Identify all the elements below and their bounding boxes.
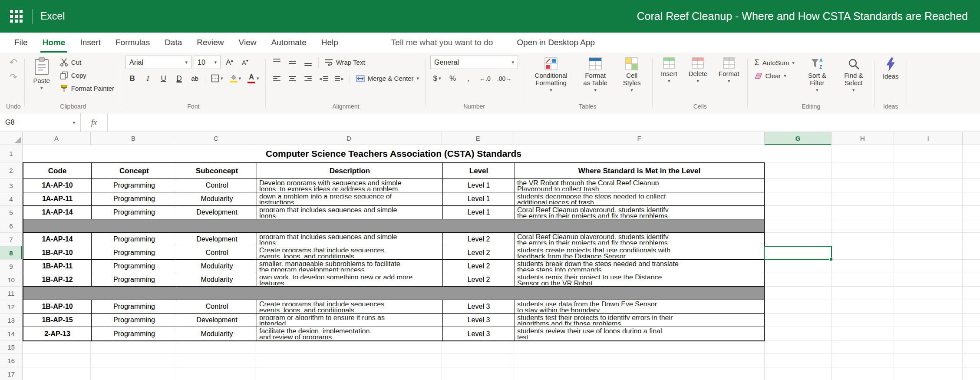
cell-G10[interactable] [765, 273, 832, 287]
cell-I7[interactable] [894, 233, 963, 246]
cell-H10[interactable] [832, 273, 894, 287]
cell-F17[interactable] [514, 367, 765, 380]
cell-A7[interactable]: 1A-AP-14 [23, 233, 92, 246]
cell-G6[interactable] [765, 219, 832, 233]
align-bottom-button[interactable] [301, 56, 315, 69]
cell-I2[interactable] [894, 162, 963, 179]
cell-I4[interactable] [894, 192, 963, 206]
cell-J5[interactable] [963, 206, 980, 219]
tell-me-search[interactable]: Tell me what you want to do [391, 38, 493, 47]
cell-G12[interactable] [765, 300, 832, 314]
sort-filter-button[interactable]: AZ Sort & Filter ▾ [801, 56, 834, 94]
cell-E15[interactable] [442, 340, 514, 354]
cell-E10[interactable]: Level 2 [443, 273, 515, 286]
number-format-select[interactable]: General ▾ [430, 56, 518, 69]
row-header-3[interactable]: 3 [0, 179, 23, 192]
cell-G8[interactable] [765, 246, 832, 260]
tab-file[interactable]: File [7, 33, 35, 53]
cell-A1-merged-title[interactable]: Computer Science Teachers Association (C… [23, 145, 765, 162]
find-select-button[interactable]: Find & Select ▾ [837, 56, 870, 94]
cell-I12[interactable] [894, 300, 963, 314]
cell-B9[interactable]: Programming [92, 260, 177, 273]
ideas-button[interactable]: Ideas [879, 56, 903, 82]
percent-format-button[interactable]: % [446, 72, 459, 85]
cell-J10[interactable] [963, 273, 980, 287]
cell-A9[interactable]: 1B-AP-11 [23, 260, 92, 273]
cell-J8[interactable] [963, 246, 980, 260]
format-cells-button[interactable]: Format ▾ [715, 56, 743, 85]
format-painter-button[interactable]: Format Painter [57, 83, 117, 94]
cell-A13[interactable]: 1B-AP-15 [23, 314, 92, 327]
cell-I17[interactable] [894, 367, 963, 380]
cell-A5[interactable]: 1A-AP-14 [23, 206, 92, 219]
bold-button[interactable]: B [125, 72, 139, 85]
row-header-4[interactable]: 4 [0, 192, 23, 206]
cell-C4[interactable]: Modularity [177, 192, 257, 205]
cell-I3[interactable] [894, 179, 963, 192]
cell-A15[interactable] [23, 340, 91, 354]
autosum-button[interactable]: Σ AutoSum ▾ [752, 56, 797, 69]
decrease-font-size-button[interactable]: A▾ [238, 56, 252, 69]
row-header-15[interactable]: 15 [0, 340, 23, 354]
align-center-button[interactable] [286, 72, 299, 85]
cell-I15[interactable] [894, 340, 963, 354]
cell-E17[interactable] [442, 367, 514, 380]
row-header-17[interactable]: 17 [0, 367, 23, 380]
align-right-button[interactable] [301, 72, 315, 85]
cell-G16[interactable] [765, 354, 832, 367]
row-header-11[interactable]: 11 [0, 287, 23, 300]
cell-A17[interactable] [23, 367, 91, 380]
cell-G2[interactable] [765, 162, 832, 179]
app-name[interactable]: Excel [33, 10, 73, 22]
clear-button[interactable]: Clear ▾ [752, 70, 797, 81]
column-header-G[interactable]: G [765, 132, 832, 145]
cell-E2[interactable]: Level [443, 163, 515, 178]
cell-J13[interactable] [963, 314, 980, 327]
cell-C15[interactable] [176, 340, 256, 354]
cell-A4[interactable]: 1A-AP-11 [23, 192, 92, 205]
app-launcher-button[interactable] [0, 0, 32, 33]
cell-F13[interactable]: students test their projects to identify… [515, 314, 764, 327]
cell-E16[interactable] [442, 354, 514, 367]
cell-G4[interactable] [765, 192, 832, 206]
cell-J6[interactable] [963, 219, 980, 233]
cell-D13[interactable]: program or algorithm to ensure it runs a… [257, 314, 443, 327]
cell-H9[interactable] [832, 260, 894, 273]
tab-automate[interactable]: Automate [264, 33, 313, 53]
cell-D4[interactable]: down a problem into a precise sequence o… [257, 192, 443, 205]
cell-H2[interactable] [832, 162, 894, 179]
cell-C10[interactable]: Modularity [177, 273, 257, 286]
cell-G3[interactable] [765, 179, 832, 192]
underline-button[interactable]: U [157, 72, 170, 85]
cell-styles-button[interactable]: Cell Styles ▾ [615, 56, 648, 94]
double-underline-button[interactable]: D [172, 72, 186, 85]
cell-J3[interactable] [963, 179, 980, 192]
cell-H6[interactable] [832, 219, 894, 233]
cell-H1[interactable] [832, 145, 894, 162]
cell-B2[interactable]: Concept [92, 163, 177, 178]
cell-F7[interactable]: Coral Reef Cleanup playground, students … [515, 233, 764, 246]
open-in-desktop-button[interactable]: Open in Desktop App [517, 38, 595, 47]
cell-D5[interactable]: program that includes sequences and simp… [257, 206, 443, 219]
row-header-13[interactable]: 13 [0, 314, 23, 327]
font-color-button[interactable]: A ▾ [245, 72, 261, 85]
row-header-8[interactable]: 8 [0, 246, 23, 260]
column-header-C[interactable]: C [176, 132, 256, 145]
copy-button[interactable]: Copy [57, 69, 117, 81]
cell-D15[interactable] [256, 340, 442, 354]
column-header-D[interactable]: D [256, 132, 442, 145]
cell-D17[interactable] [256, 367, 442, 380]
cell-F10[interactable]: students remix their project to use the … [515, 273, 764, 286]
cell-D12[interactable]: Create programs that include sequences,e… [257, 300, 443, 313]
undo-button[interactable]: ↶ [7, 56, 20, 69]
column-header-partial[interactable] [963, 132, 980, 145]
cell-E4[interactable]: Level 1 [443, 192, 515, 205]
column-header-A[interactable]: A [23, 132, 91, 145]
cell-H13[interactable] [832, 314, 894, 327]
fill-color-button[interactable]: ▾ [228, 72, 244, 85]
cell-D8[interactable]: Create programs that include sequences,e… [257, 246, 443, 259]
cell-C8[interactable]: Control [177, 246, 257, 259]
row-header-1[interactable]: 1 [0, 145, 23, 162]
cell-F8[interactable]: students create projects that use condit… [515, 246, 764, 259]
merge-center-button[interactable]: Merge & Center ▾ [353, 73, 422, 84]
